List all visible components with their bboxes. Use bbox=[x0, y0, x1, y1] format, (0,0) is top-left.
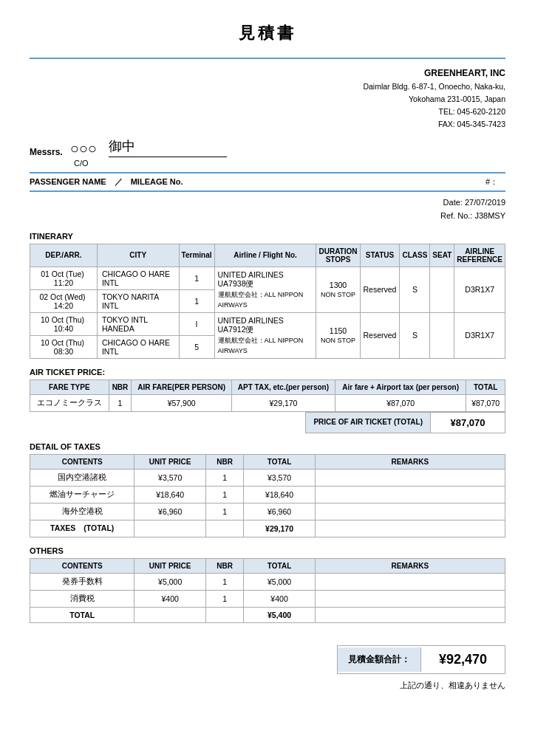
air-ticket-table: FARE TYPE NBR AIR FARE(PER PERSON) APT T… bbox=[30, 379, 505, 412]
itin-header-duration: DURATIONSTOPS bbox=[316, 244, 360, 267]
itin-airline2: UNITED AIRLINESUA7912便運航航空会社：ALL NIPPON … bbox=[214, 312, 316, 358]
others-unit-2: ¥400 bbox=[134, 590, 205, 607]
itin-status1: Reserved bbox=[360, 267, 400, 312]
others-header-total: TOTAL bbox=[244, 558, 315, 573]
price-total-label: PRICE OF AIR TICKET (TOTAL) bbox=[306, 413, 431, 433]
price-total-value: ¥87,070 bbox=[431, 413, 505, 433]
messrs-label: Messrs. bbox=[30, 147, 63, 157]
itin-header-reference: AIRLINEREFERENCE bbox=[454, 244, 505, 267]
taxes-total-row: TAXES (TOTAL) ¥29,170 bbox=[30, 520, 505, 537]
price-header-combined: Air fare + Airport tax (per person) bbox=[335, 379, 466, 394]
price-header-air-fare: AIR FARE(PER PERSON) bbox=[132, 379, 232, 394]
others-total-nbr bbox=[205, 607, 243, 622]
grand-total-note: 上記の通り、相違ありません bbox=[400, 680, 505, 691]
price-header-total: TOTAL bbox=[466, 379, 505, 394]
others-total-1: ¥5,000 bbox=[244, 573, 315, 590]
itin-header-class: CLASS bbox=[400, 244, 430, 267]
others-total-2: ¥400 bbox=[244, 590, 315, 607]
price-header-apt-tax: APT TAX, etc.(per person) bbox=[231, 379, 335, 394]
ref-line: Ref. No.: J38MSY bbox=[30, 210, 505, 223]
detail-nbr-1: 1 bbox=[205, 469, 243, 486]
others-content-1: 発券手数料 bbox=[30, 573, 134, 590]
company-fax: FAX: 045-345-7423 bbox=[30, 118, 505, 131]
others-total-unit bbox=[134, 607, 205, 622]
itin-city3: TOKYO INTL HANEDA bbox=[97, 312, 179, 335]
others-table: CONTENTS UNIT PRICE NBR TOTAL REMARKS 発券… bbox=[30, 558, 505, 623]
date-line: Date: 27/07/2019 bbox=[30, 196, 505, 210]
grand-total-value: ¥92,470 bbox=[421, 646, 505, 673]
detail-header-remarks: REMARKS bbox=[315, 454, 505, 469]
itin-city2: TOKYO NARITA INTL bbox=[97, 289, 179, 312]
others-header-unit-price: UNIT PRICE bbox=[134, 558, 205, 573]
taxes-total-label: TAXES (TOTAL) bbox=[30, 520, 134, 537]
messrs-row: Messrs. ○○○ 御中 bbox=[30, 137, 505, 157]
others-nbr-1: 1 bbox=[205, 573, 243, 590]
others-header-contents: CONTENTS bbox=[30, 558, 134, 573]
others-remarks-1 bbox=[315, 573, 505, 590]
others-remarks-2 bbox=[315, 590, 505, 607]
taxes-total-unit bbox=[134, 520, 205, 537]
itin-city1: CHICAGO O HARE INTL bbox=[97, 267, 179, 289]
itin-header-city: CITY bbox=[97, 244, 179, 267]
price-total-cell: ¥87,070 bbox=[466, 394, 505, 411]
itin-dep2: 10 Oct (Thu) 10:40 bbox=[30, 312, 98, 335]
detail-nbr-3: 1 bbox=[205, 503, 243, 520]
detail-total-3: ¥6,960 bbox=[244, 503, 315, 520]
table-row: 01 Oct (Tue) 11:20 CHICAGO O HARE INTL 1… bbox=[30, 267, 505, 289]
itin-airline1: UNITED AIRLINESUA7938便運航航空会社：ALL NIPPON … bbox=[214, 267, 316, 312]
detail-taxes-table: CONTENTS UNIT PRICE NBR TOTAL REMARKS 国内… bbox=[30, 454, 505, 537]
itin-header-status: STATUS bbox=[360, 244, 400, 267]
itin-arr1: 02 Oct (Wed) 14:20 bbox=[30, 289, 98, 312]
passenger-label: PASSENGER NAME ／ MILEAGE No. bbox=[30, 176, 485, 188]
price-total-inner: PRICE OF AIR TICKET (TOTAL) ¥87,070 bbox=[305, 412, 505, 433]
table-row: 国内空港諸税 ¥3,570 1 ¥3,570 bbox=[30, 469, 505, 486]
messrs-name: ○○○ bbox=[70, 140, 97, 157]
itin-header-terminal: Terminal bbox=[179, 244, 214, 267]
detail-header-nbr: NBR bbox=[205, 454, 243, 469]
grand-total-box: 見積金額合計： ¥92,470 bbox=[337, 645, 505, 674]
taxes-total-value: ¥29,170 bbox=[244, 520, 315, 537]
price-apt-tax: ¥29,170 bbox=[231, 394, 335, 411]
top-divider bbox=[30, 58, 505, 59]
detail-remarks-3 bbox=[315, 503, 505, 520]
itin-header-airline: Airline / Flight No. bbox=[214, 244, 316, 267]
others-total-remarks bbox=[315, 607, 505, 622]
page-title: 見積書 bbox=[30, 22, 505, 44]
itin-status2: Reserved bbox=[360, 312, 400, 358]
price-of-air-ticket-box: PRICE OF AIR TICKET (TOTAL) ¥87,070 bbox=[30, 412, 505, 433]
itin-class2: S bbox=[400, 312, 430, 358]
company-address2: Yokohama 231-0015, Japan bbox=[30, 93, 505, 106]
detail-content-2: 燃油サーチャージ bbox=[30, 486, 134, 503]
itin-terminal4: 5 bbox=[179, 335, 214, 358]
others-total-row: TOTAL ¥5,400 bbox=[30, 607, 505, 622]
grand-total-area: 見積金額合計： ¥92,470 上記の通り、相違ありません bbox=[30, 645, 505, 691]
itin-class1: S bbox=[400, 267, 430, 312]
others-header-remarks: REMARKS bbox=[315, 558, 505, 573]
detail-unit-1: ¥3,570 bbox=[134, 469, 205, 486]
itin-header-seat: SEAT bbox=[430, 244, 454, 267]
price-header-fare-type: FARE TYPE bbox=[30, 379, 109, 394]
company-tel: TEL: 045-620-2120 bbox=[30, 106, 505, 118]
detail-total-1: ¥3,570 bbox=[244, 469, 315, 486]
price-combined: ¥87,070 bbox=[335, 394, 466, 411]
detail-remarks-1 bbox=[315, 469, 505, 486]
price-fare-type: エコノミークラス bbox=[30, 394, 109, 411]
table-row: 消費税 ¥400 1 ¥400 bbox=[30, 590, 505, 607]
itin-dep1: 01 Oct (Tue) 11:20 bbox=[30, 267, 98, 289]
price-header-nbr: NBR bbox=[109, 379, 132, 394]
itinerary-table: DEP./ARR. CITY Terminal Airline / Flight… bbox=[30, 244, 505, 359]
itin-seat1 bbox=[430, 267, 454, 312]
air-ticket-label: AIR TICKET PRICE: bbox=[30, 368, 505, 377]
itinerary-label: ITINERARY bbox=[30, 232, 505, 241]
table-row: 海外空港税 ¥6,960 1 ¥6,960 bbox=[30, 503, 505, 520]
table-row: エコノミークラス 1 ¥57,900 ¥29,170 ¥87,070 ¥87,0… bbox=[30, 394, 505, 411]
table-row: 10 Oct (Thu) 10:40 TOKYO INTL HANEDA I U… bbox=[30, 312, 505, 335]
itin-terminal2: 1 bbox=[179, 289, 214, 312]
price-air-fare: ¥57,900 bbox=[132, 394, 232, 411]
itin-arr2: 10 Oct (Thu) 08:30 bbox=[30, 335, 98, 358]
co-line: C/O bbox=[74, 159, 505, 168]
grand-total-label: 見積金額合計： bbox=[338, 647, 421, 672]
date-ref: Date: 27/07/2019 Ref. No.: J38MSY bbox=[30, 196, 505, 222]
detail-header-total: TOTAL bbox=[244, 454, 315, 469]
itin-header-dep: DEP./ARR. bbox=[30, 244, 98, 267]
